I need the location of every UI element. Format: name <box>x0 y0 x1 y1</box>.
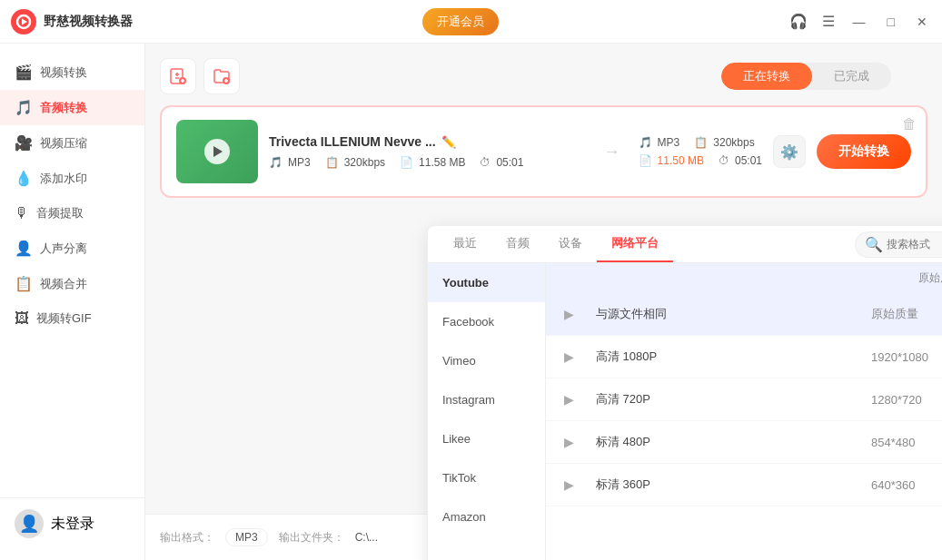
quality-icon-2: ▶ <box>564 392 574 407</box>
quality-res-4: 640*360 <box>871 478 942 492</box>
toolbar: 正在转换 已完成 <box>160 58 927 94</box>
quality-icon-0: ▶ <box>564 307 574 321</box>
user-label: 未登录 <box>51 515 94 534</box>
quality-row-4[interactable]: ▶ 标清 360P 640*360 <box>546 464 942 506</box>
folder-val[interactable]: C:\... <box>355 531 378 544</box>
sidebar-label-video-convert: 视频转换 <box>40 64 87 81</box>
format-body: Youtube Facebook Vimeo Instagram Likee T… <box>428 263 942 560</box>
quality-name-1: 高清 1080P <box>596 349 853 365</box>
platform-item-vimeo[interactable]: Vimeo <box>428 341 545 380</box>
src-size-group: 📄 11.58 MB <box>400 156 465 169</box>
sidebar: 🎬 视频转换 🎵 音频转换 🎥 视频压缩 💧 添加水印 🎙 音频提取 👤 人声分… <box>0 44 145 560</box>
file-meta-src: 🎵 MP3 📋 320kbps 📄 11.58 MB ⏱ 05:01 <box>269 156 586 169</box>
src-bitrate: 320kbps <box>344 156 385 169</box>
menu-icon[interactable]: ☰ <box>822 13 835 30</box>
format-search[interactable]: 🔍 <box>855 231 942 258</box>
video-to-gif-icon: 🖼 <box>15 310 29 327</box>
sidebar-item-audio-extract[interactable]: 🎙 音频提取 <box>0 196 144 231</box>
sidebar-item-audio-convert[interactable]: 🎵 音频转换 <box>0 90 144 125</box>
format-tabs: 最近 音频 设备 网络平台 🔍 <box>428 226 942 263</box>
src-size: 11.58 MB <box>419 156 465 169</box>
vocal-separate-icon: 👤 <box>15 240 33 257</box>
sidebar-label-audio-convert: 音频转换 <box>40 100 87 116</box>
dst-duration-icon: ⏱ <box>719 154 729 167</box>
sidebar-item-video-compress[interactable]: 🎥 视频压缩 <box>0 125 144 161</box>
dst-size-icon: 📄 <box>639 154 652 167</box>
app-title: 野慈视频转换器 <box>44 14 133 30</box>
close-button[interactable]: ✕ <box>913 15 931 29</box>
titlebar-right: 🎧 ☰ — □ ✕ <box>789 13 931 30</box>
sidebar-item-add-watermark[interactable]: 💧 添加水印 <box>0 161 144 196</box>
titlebar-center: 开通会员 <box>422 8 499 35</box>
size-icon: 📄 <box>400 156 413 169</box>
file-card: Trivecta ILLENIUM Nevve ... ✏️ 🎵 MP3 📋 3… <box>160 105 927 198</box>
platform-item-facebook[interactable]: Facebook <box>428 302 545 341</box>
video-compress-icon: 🎥 <box>15 134 33 152</box>
file-name-text: Trivecta ILLENIUM Nevve ... <box>269 134 436 149</box>
tab-converting[interactable]: 正在转换 <box>721 63 812 90</box>
tab-platform[interactable]: 网络平台 <box>597 226 673 262</box>
dst-format-group: 🎵 MP3 <box>639 136 680 149</box>
bitrate-icon: 📋 <box>325 156 339 169</box>
tab-completed[interactable]: 已完成 <box>812 63 891 90</box>
file-name: Trivecta ILLENIUM Nevve ... ✏️ <box>269 134 586 149</box>
edit-icon[interactable]: ✏️ <box>441 135 456 149</box>
quality-header: 原始质量 <box>546 263 942 293</box>
sidebar-label-video-compress: 视频压缩 <box>40 135 87 152</box>
add-file-button[interactable] <box>160 58 196 94</box>
platform-item-youtube[interactable]: Youtube <box>428 263 545 302</box>
maximize-button[interactable]: □ <box>884 15 898 29</box>
dst-size-group: 📄 11.50 MB <box>639 154 704 167</box>
convert-button[interactable]: 开始转换 <box>817 134 911 169</box>
src-duration: 05:01 <box>496 156 523 169</box>
sidebar-label-vocal-separate: 人声分离 <box>40 241 87 257</box>
platform-item-instagram[interactable]: Instagram <box>428 380 545 419</box>
file-out-meta2: 📄 11.50 MB ⏱ 05:01 <box>639 154 762 167</box>
sidebar-item-video-convert[interactable]: 🎬 视频转换 <box>0 54 144 90</box>
tab-audio[interactable]: 音频 <box>491 226 544 262</box>
headset-icon[interactable]: 🎧 <box>789 13 808 30</box>
sidebar-user[interactable]: 👤 未登录 <box>0 497 144 549</box>
main-area: 正在转换 已完成 Trivecta ILLENIUM Nevve ... ✏️ … <box>145 44 942 560</box>
platform-item-tiktok[interactable]: TikTok <box>428 458 545 497</box>
sidebar-item-video-merge[interactable]: 📋 视频合并 <box>0 266 144 301</box>
svg-marker-1 <box>22 18 27 25</box>
quality-res-0: 原始质量 <box>871 306 942 322</box>
dst-duration: 05:01 <box>735 154 762 167</box>
src-format-group: 🎵 MP3 <box>269 156 311 169</box>
platform-item-likee[interactable]: Likee <box>428 419 545 458</box>
quality-row-3[interactable]: ▶ 标清 480P 854*480 <box>546 421 942 464</box>
sidebar-label-add-watermark: 添加水印 <box>40 171 87 187</box>
quality-name-2: 高清 720P <box>596 391 853 408</box>
vip-button[interactable]: 开通会员 <box>422 8 499 35</box>
search-input[interactable] <box>887 238 942 251</box>
settings-button[interactable]: ⚙️ <box>773 135 806 168</box>
tab-device[interactable]: 设备 <box>544 226 597 262</box>
tab-recent[interactable]: 最近 <box>439 226 491 262</box>
platform-item-amazon[interactable]: Amazon <box>428 497 545 536</box>
quality-icon-3: ▶ <box>564 435 574 449</box>
quality-icon-1: ▶ <box>564 349 574 364</box>
format-val[interactable]: MP3 <box>225 528 268 546</box>
add-folder-button[interactable] <box>203 58 240 94</box>
dst-bitrate-icon: 📋 <box>694 136 708 149</box>
quality-name-0: 与源文件相同 <box>596 306 853 322</box>
quality-row-1[interactable]: ▶ 高清 1080P 1920*1080 <box>546 336 942 378</box>
sidebar-label-video-merge: 视频合并 <box>40 276 87 292</box>
minimize-button[interactable]: — <box>849 15 869 29</box>
sidebar-label-video-to-gif: 视频转GIF <box>36 310 92 327</box>
src-duration-group: ⏱ 05:01 <box>480 156 523 169</box>
file-thumbnail <box>176 120 258 183</box>
quality-row-2[interactable]: ▶ 高清 720P 1280*720 <box>546 378 942 421</box>
tab-switch: 正在转换 已完成 <box>721 63 891 90</box>
search-icon: 🔍 <box>865 236 883 253</box>
dst-size: 11.50 MB <box>658 154 704 167</box>
format-label: 输出格式： <box>160 530 214 545</box>
delete-icon[interactable]: 🗑 <box>902 116 917 133</box>
quality-row-0[interactable]: ▶ 与源文件相同 原始质量 <box>546 293 942 336</box>
quality-res-2: 1280*720 <box>871 393 942 407</box>
sidebar-item-vocal-separate[interactable]: 👤 人声分离 <box>0 231 144 266</box>
src-format-icon: 🎵 <box>269 156 283 169</box>
sidebar-item-video-to-gif[interactable]: 🖼 视频转GIF <box>0 301 144 336</box>
quality-res-1: 1920*1080 <box>871 350 942 364</box>
